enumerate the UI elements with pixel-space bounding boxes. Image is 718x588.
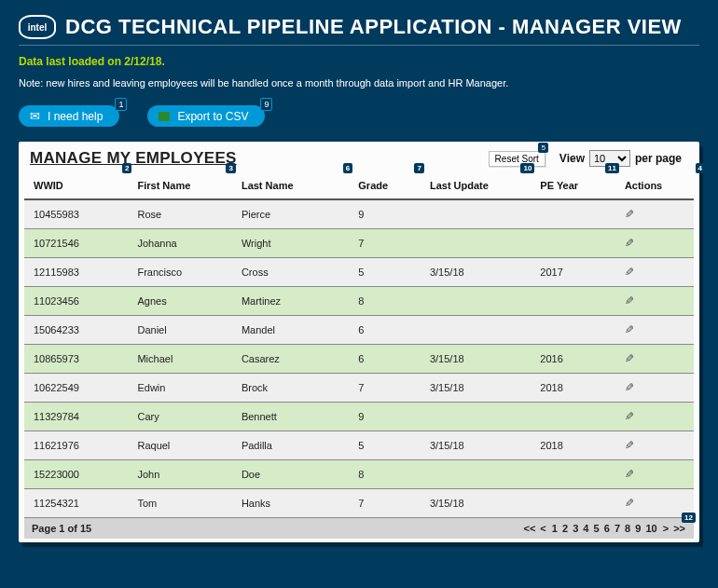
col-last-update[interactable]: Last Update 10 <box>421 172 531 199</box>
cell-pe: 2016 <box>531 345 615 374</box>
page-indicator: Page 1 of 15 <box>32 523 91 534</box>
cell-pe <box>531 460 615 489</box>
export-csv-button[interactable]: Export to CSV 9 <box>147 105 265 127</box>
csv-icon <box>159 112 170 121</box>
cell-update <box>421 287 531 316</box>
cell-last: Casarez <box>232 345 349 374</box>
cell-grade: 9 <box>349 403 421 431</box>
pager-page[interactable]: 4 <box>582 523 589 534</box>
pager-first[interactable]: << <box>522 523 536 534</box>
table-row: 15064233DanielMandel6✎ <box>24 316 694 345</box>
reset-sort-badge: 5 <box>538 143 547 153</box>
cell-update <box>421 460 531 489</box>
help-badge: 1 <box>115 98 127 111</box>
cell-pe <box>531 287 615 316</box>
page-title: DCG TECHNICAL PIPELINE APPLICATION - MAN… <box>65 15 682 39</box>
cell-first: Cary <box>128 403 231 431</box>
pager-page[interactable]: 10 <box>644 523 657 534</box>
col-actions: Actions 4 <box>615 172 694 199</box>
cell-pe: 2018 <box>531 374 615 403</box>
cell-actions: ✎ <box>615 199 694 229</box>
cell-first: Edwin <box>128 374 231 403</box>
cell-last: Doe <box>232 460 349 489</box>
pager-page[interactable]: 7 <box>614 523 621 534</box>
table-footer: Page 1 of 15 << < 1 2 3 4 5 6 7 8 9 10 >… <box>24 518 694 539</box>
cell-last: Wright <box>232 229 349 258</box>
pager-page[interactable]: 9 <box>634 523 642 534</box>
help-button[interactable]: I need help 1 <box>19 105 119 127</box>
cell-pe <box>531 229 615 258</box>
cell-last: Bennett <box>232 403 349 431</box>
col-last-name[interactable]: Last Name 6 <box>232 172 349 199</box>
pager-page[interactable]: 6 <box>603 523 611 534</box>
cell-update: 3/15/18 <box>421 345 531 374</box>
cell-grade: 6 <box>349 345 421 374</box>
cell-actions: ✎ <box>615 345 694 374</box>
pager-page[interactable]: 8 <box>624 523 631 534</box>
pencil-icon[interactable]: ✎ <box>625 410 634 423</box>
reset-sort-button[interactable]: Reset Sort 5 <box>489 151 545 167</box>
section-title: MANAGE MY EMPLOYEES <box>30 149 237 168</box>
cell-update <box>421 229 531 258</box>
pencil-icon[interactable]: ✎ <box>625 352 634 365</box>
pager-prev[interactable]: < <box>539 523 546 534</box>
cell-wwid: 10865973 <box>24 345 128 374</box>
col-grade[interactable]: Grade 7 <box>349 172 421 199</box>
table-header-row: WWID 2 First Name 3 Last Name 6 Grade 7 <box>24 172 694 199</box>
table-row: 10455983RosePierce9✎ <box>24 199 694 229</box>
pencil-icon[interactable]: ✎ <box>625 208 634 221</box>
cell-grade: 7 <box>349 489 421 518</box>
cell-first: Michael <box>128 345 231 374</box>
cell-actions: ✎ <box>615 316 694 345</box>
pager: << < 1 2 3 4 5 6 7 8 9 10 > >> <box>522 523 686 534</box>
pager-last[interactable]: >> <box>672 523 686 534</box>
table-row: 11329784CaryBennett9✎ <box>24 403 694 431</box>
pager-page[interactable]: 3 <box>572 523 579 534</box>
app-root: intel DCG TECHNICAL PIPELINE APPLICATION… <box>9 9 709 561</box>
action-row: I need help 1 Export to CSV 9 <box>19 105 699 127</box>
pencil-icon[interactable]: ✎ <box>625 381 634 394</box>
cell-actions: ✎ <box>615 229 694 258</box>
cell-wwid: 11254321 <box>24 489 128 518</box>
export-badge: 9 <box>260 98 272 111</box>
cell-last: Hanks <box>232 489 349 518</box>
cell-first: John <box>128 460 231 489</box>
pager-page[interactable]: 1 <box>551 523 559 534</box>
pencil-icon[interactable]: ✎ <box>625 468 634 481</box>
cell-pe: 2017 <box>531 258 615 287</box>
cell-pe <box>531 403 615 431</box>
cell-first: Tom <box>128 489 231 518</box>
cell-update <box>421 199 531 229</box>
pager-next[interactable]: > <box>662 523 670 534</box>
cell-last: Brock <box>232 374 349 403</box>
cell-actions: ✎ <box>615 431 694 460</box>
cell-actions: ✎ <box>615 287 694 316</box>
cell-grade: 8 <box>349 287 421 316</box>
cell-grade: 5 <box>349 431 421 460</box>
pager-page[interactable]: 5 <box>593 523 601 534</box>
pager-page[interactable]: 2 <box>561 523 569 534</box>
cell-wwid: 10721546 <box>24 229 128 258</box>
cell-grade: 5 <box>349 258 421 287</box>
pencil-icon[interactable]: ✎ <box>625 323 634 336</box>
footer-badge: 12 <box>682 513 696 523</box>
last-loaded-text: Data last loaded on 2/12/18. <box>19 55 699 68</box>
cell-wwid: 12115983 <box>24 258 128 287</box>
pencil-icon[interactable]: ✎ <box>625 497 634 510</box>
col-pe-year[interactable]: PE Year 11 <box>531 172 615 199</box>
cell-last: Cross <box>232 258 349 287</box>
col-first-name[interactable]: First Name 3 <box>128 172 231 199</box>
cell-update <box>421 316 531 345</box>
logo-text: intel <box>28 22 48 33</box>
cell-wwid: 15223000 <box>24 460 128 489</box>
col-wwid[interactable]: WWID 2 <box>24 172 128 199</box>
pencil-icon[interactable]: ✎ <box>625 294 634 308</box>
cell-last: Pierce <box>232 199 349 229</box>
pencil-icon[interactable]: ✎ <box>625 439 634 452</box>
cell-update <box>421 403 531 431</box>
pencil-icon[interactable]: ✎ <box>625 237 634 250</box>
pencil-icon[interactable]: ✎ <box>625 266 634 279</box>
cell-wwid: 11329784 <box>24 403 128 431</box>
reset-sort-label: Reset Sort <box>495 154 539 164</box>
cell-wwid: 11023456 <box>24 287 128 316</box>
